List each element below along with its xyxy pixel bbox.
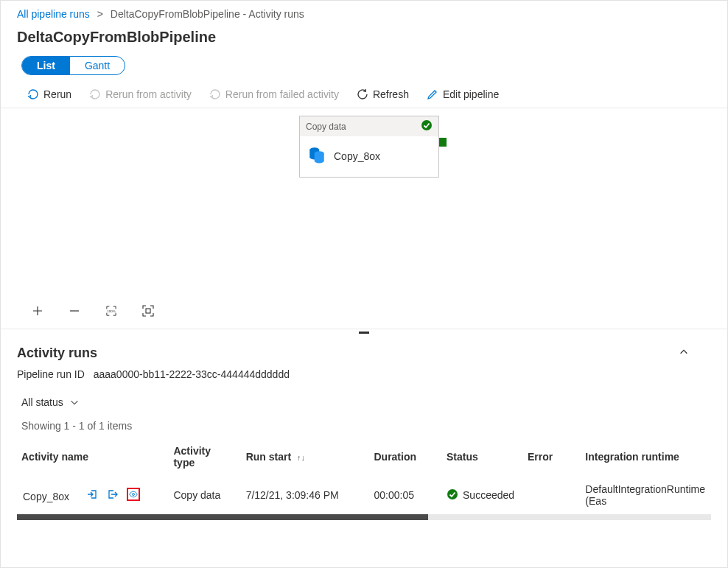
- view-toggle: List Gantt: [21, 56, 125, 75]
- activity-name-cell: Copy_8ox: [23, 491, 69, 502]
- activity-type-cell: Copy data: [167, 476, 239, 514]
- view-toggle-gantt[interactable]: Gantt: [70, 57, 125, 74]
- toolbar: Rerun Rerun from activity Rerun from fai…: [1, 81, 727, 108]
- input-button[interactable]: [85, 488, 99, 501]
- col-error[interactable]: Error: [522, 439, 579, 476]
- breadcrumb-root-link[interactable]: All pipeline runs: [17, 8, 90, 20]
- activity-runs-panel: Activity runs Pipeline run ID aaaa0000-b…: [1, 335, 727, 520]
- results-count: Showing 1 - 1 of 1 items: [17, 414, 711, 439]
- canvas-controls: 100%: [30, 304, 155, 318]
- page-title: DeltaCopyFromBlobPipeline: [1, 24, 727, 56]
- col-activity-type[interactable]: Activity type: [167, 439, 239, 476]
- rerun-from-failed-icon: [209, 88, 221, 100]
- rerun-from-activity-label: Rerun from activity: [105, 88, 192, 100]
- pipeline-run-id-value: aaaa0000-bb11-2222-33cc-444444dddddd: [94, 368, 290, 380]
- edit-icon: [427, 88, 438, 100]
- rerun-icon: [27, 88, 39, 100]
- output-button[interactable]: [106, 488, 119, 501]
- zoom-out-button[interactable]: [67, 304, 82, 318]
- activity-node-body: Copy_8ox: [300, 136, 438, 177]
- rerun-button[interactable]: Rerun: [27, 88, 71, 100]
- svg-point-0: [421, 120, 432, 130]
- col-status[interactable]: Status: [441, 439, 522, 476]
- activity-node[interactable]: Copy data Copy_8ox: [299, 116, 439, 178]
- col-run-start[interactable]: Run start ↑↓: [240, 439, 368, 476]
- breadcrumb: All pipeline runs > DeltaCopyFromBlobPip…: [1, 1, 727, 24]
- rerun-from-failed-button[interactable]: Rerun from failed activity: [209, 88, 339, 100]
- rerun-from-failed-label: Rerun from failed activity: [225, 88, 339, 100]
- rerun-from-activity-button[interactable]: Rerun from activity: [89, 88, 192, 100]
- success-icon: [421, 119, 433, 133]
- edit-pipeline-label: Edit pipeline: [443, 88, 499, 100]
- table-row[interactable]: Copy_8ox Copy data 7/12/21, 3:: [17, 476, 711, 514]
- refresh-label: Refresh: [373, 88, 409, 100]
- status-filter-dropdown[interactable]: All status: [21, 396, 80, 408]
- activity-runs-heading: Activity runs: [17, 346, 97, 361]
- refresh-button[interactable]: Refresh: [357, 88, 409, 100]
- error-cell: [522, 476, 579, 514]
- col-duration[interactable]: Duration: [368, 439, 441, 476]
- edit-pipeline-button[interactable]: Edit pipeline: [427, 88, 499, 100]
- runtime-cell: DefaultIntegrationRuntime (Eas: [579, 476, 711, 514]
- database-icon: [307, 145, 326, 166]
- svg-text:100%: 100%: [107, 309, 115, 313]
- col-activity-name[interactable]: Activity name: [17, 439, 167, 476]
- zoom-in-button[interactable]: [30, 304, 45, 318]
- activity-node-name: Copy_8ox: [334, 150, 380, 162]
- details-button[interactable]: [127, 488, 140, 501]
- activity-runs-table: Activity name Activity type Run start ↑↓…: [17, 439, 711, 514]
- zoom-reset-button[interactable]: 100%: [104, 304, 119, 318]
- view-toggle-list[interactable]: List: [22, 57, 70, 74]
- refresh-icon: [357, 88, 368, 100]
- split-handle[interactable]: [1, 329, 727, 335]
- collapse-panel-button[interactable]: [679, 347, 689, 360]
- activity-node-type: Copy data: [306, 122, 346, 132]
- pipeline-run-id-label: Pipeline run ID: [17, 368, 85, 380]
- status-cell: Succeeded: [463, 489, 514, 501]
- rerun-label: Rerun: [43, 88, 71, 100]
- breadcrumb-current: DeltaCopyFromBlobPipeline - Activity run…: [111, 8, 304, 20]
- svg-point-5: [132, 494, 134, 496]
- run-start-cell: 7/12/21, 3:09:46 PM: [240, 476, 368, 514]
- chevron-down-icon: [69, 397, 80, 407]
- horizontal-scrollbar[interactable]: [17, 514, 711, 520]
- zoom-fit-button[interactable]: [141, 304, 155, 318]
- svg-point-6: [447, 489, 458, 499]
- status-success-icon: [447, 488, 458, 502]
- sort-icon: ↑↓: [297, 453, 305, 462]
- svg-rect-4: [146, 309, 150, 313]
- duration-cell: 00:00:05: [368, 476, 441, 514]
- activity-node-header: Copy data: [300, 116, 438, 136]
- breadcrumb-separator: >: [97, 8, 103, 20]
- pipeline-canvas[interactable]: Copy data Copy_8ox 100%: [1, 108, 727, 329]
- col-integration-runtime[interactable]: Integration runtime: [579, 439, 711, 476]
- rerun-from-activity-icon: [89, 88, 101, 100]
- status-filter-label: All status: [21, 396, 63, 408]
- node-connector-right[interactable]: [439, 138, 447, 147]
